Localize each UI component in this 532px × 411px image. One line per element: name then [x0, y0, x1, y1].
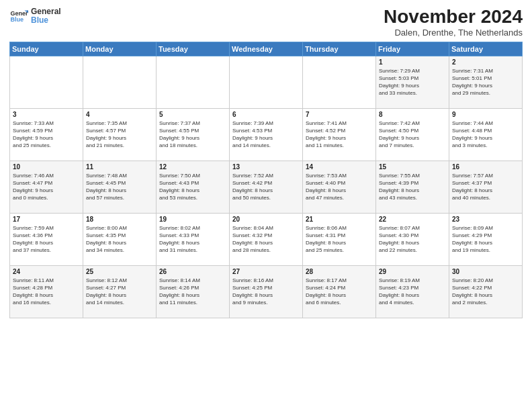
day-info: Sunrise: 8:00 AM Sunset: 4:35 PM Dayligh…: [86, 224, 153, 255]
calendar-cell: [303, 56, 376, 108]
day-info: Sunrise: 8:06 AM Sunset: 4:31 PM Dayligh…: [306, 224, 373, 255]
calendar-cell: 12Sunrise: 7:50 AM Sunset: 4:43 PM Dayli…: [157, 161, 230, 213]
day-number: 19: [159, 216, 226, 223]
col-wednesday: Wednesday: [230, 42, 303, 56]
calendar-cell: 24Sunrise: 8:11 AM Sunset: 4:28 PM Dayli…: [10, 265, 83, 318]
calendar-cell: 4Sunrise: 7:35 AM Sunset: 4:57 PM Daylig…: [83, 108, 157, 161]
calendar-cell: [230, 56, 303, 108]
day-info: Sunrise: 7:53 AM Sunset: 4:40 PM Dayligh…: [306, 172, 373, 202]
calendar-cell: 16Sunrise: 7:57 AM Sunset: 4:37 PM Dayli…: [449, 161, 523, 213]
calendar-table: Sunday Monday Tuesday Wednesday Thursday…: [9, 42, 523, 318]
calendar-cell: 9Sunrise: 7:44 AM Sunset: 4:48 PM Daylig…: [449, 108, 523, 161]
calendar-week-5: 24Sunrise: 8:11 AM Sunset: 4:28 PM Dayli…: [10, 265, 523, 318]
calendar-cell: 27Sunrise: 8:16 AM Sunset: 4:25 PM Dayli…: [230, 265, 303, 318]
calendar-cell: 7Sunrise: 7:41 AM Sunset: 4:52 PM Daylig…: [303, 108, 376, 161]
day-number: 13: [232, 163, 300, 171]
day-info: Sunrise: 7:52 AM Sunset: 4:42 PM Dayligh…: [232, 172, 300, 202]
col-saturday: Saturday: [449, 42, 523, 56]
calendar-week-1: 1Sunrise: 7:29 AM Sunset: 5:03 PM Daylig…: [10, 56, 523, 108]
day-info: Sunrise: 7:59 AM Sunset: 4:36 PM Dayligh…: [13, 224, 80, 255]
day-number: 5: [159, 111, 226, 118]
calendar-cell: 21Sunrise: 8:06 AM Sunset: 4:31 PM Dayli…: [303, 213, 376, 265]
day-number: 24: [13, 268, 80, 275]
title-block: November 2024 Dalen, Drenthe, The Nether…: [384, 7, 523, 38]
day-number: 28: [306, 268, 373, 275]
calendar-cell: 13Sunrise: 7:52 AM Sunset: 4:42 PM Dayli…: [230, 161, 303, 213]
day-info: Sunrise: 7:35 AM Sunset: 4:57 PM Dayligh…: [86, 120, 153, 150]
day-number: 1: [379, 58, 446, 66]
calendar-cell: [157, 56, 230, 108]
day-number: 3: [13, 111, 80, 118]
day-number: 21: [306, 216, 373, 223]
calendar-week-3: 10Sunrise: 7:46 AM Sunset: 4:47 PM Dayli…: [10, 161, 523, 213]
day-number: 25: [86, 268, 153, 275]
day-info: Sunrise: 7:55 AM Sunset: 4:39 PM Dayligh…: [379, 172, 446, 202]
day-info: Sunrise: 7:57 AM Sunset: 4:37 PM Dayligh…: [452, 172, 519, 202]
day-number: 29: [379, 268, 446, 275]
day-info: Sunrise: 8:11 AM Sunset: 4:28 PM Dayligh…: [13, 277, 80, 307]
day-info: Sunrise: 8:19 AM Sunset: 4:23 PM Dayligh…: [379, 277, 446, 307]
logo-icon: General Blue: [9, 7, 28, 26]
logo-text-blue: Blue: [31, 16, 61, 25]
day-info: Sunrise: 7:46 AM Sunset: 4:47 PM Dayligh…: [13, 172, 80, 202]
day-number: 14: [306, 163, 373, 171]
day-info: Sunrise: 8:04 AM Sunset: 4:32 PM Dayligh…: [232, 224, 300, 255]
day-info: Sunrise: 7:39 AM Sunset: 4:53 PM Dayligh…: [232, 120, 300, 150]
calendar-cell: 28Sunrise: 8:17 AM Sunset: 4:24 PM Dayli…: [303, 265, 376, 318]
calendar-cell: 17Sunrise: 7:59 AM Sunset: 4:36 PM Dayli…: [10, 213, 83, 265]
day-number: 20: [232, 216, 300, 223]
calendar-cell: 5Sunrise: 7:37 AM Sunset: 4:55 PM Daylig…: [157, 108, 230, 161]
day-info: Sunrise: 8:17 AM Sunset: 4:24 PM Dayligh…: [306, 277, 373, 307]
day-number: 16: [452, 163, 519, 171]
day-info: Sunrise: 7:48 AM Sunset: 4:45 PM Dayligh…: [86, 172, 153, 202]
day-info: Sunrise: 7:44 AM Sunset: 4:48 PM Dayligh…: [452, 120, 519, 150]
col-sunday: Sunday: [10, 42, 83, 56]
col-thursday: Thursday: [303, 42, 376, 56]
calendar-cell: 6Sunrise: 7:39 AM Sunset: 4:53 PM Daylig…: [230, 108, 303, 161]
day-number: 17: [13, 216, 80, 223]
col-tuesday: Tuesday: [157, 42, 230, 56]
day-number: 6: [232, 111, 300, 118]
calendar-cell: 3Sunrise: 7:33 AM Sunset: 4:59 PM Daylig…: [10, 108, 83, 161]
main-title: November 2024: [384, 7, 523, 28]
day-number: 2: [452, 58, 519, 66]
calendar-cell: 14Sunrise: 7:53 AM Sunset: 4:40 PM Dayli…: [303, 161, 376, 213]
svg-text:Blue: Blue: [10, 16, 24, 23]
calendar-cell: 20Sunrise: 8:04 AM Sunset: 4:32 PM Dayli…: [230, 213, 303, 265]
calendar-cell: 10Sunrise: 7:46 AM Sunset: 4:47 PM Dayli…: [10, 161, 83, 213]
subtitle: Dalen, Drenthe, The Netherlands: [384, 28, 523, 38]
calendar-cell: 1Sunrise: 7:29 AM Sunset: 5:03 PM Daylig…: [376, 56, 449, 108]
day-info: Sunrise: 7:37 AM Sunset: 4:55 PM Dayligh…: [159, 120, 226, 150]
day-number: 9: [452, 111, 519, 118]
calendar-cell: 18Sunrise: 8:00 AM Sunset: 4:35 PM Dayli…: [83, 213, 157, 265]
day-number: 30: [452, 268, 519, 275]
day-number: 8: [379, 111, 446, 118]
calendar-week-2: 3Sunrise: 7:33 AM Sunset: 4:59 PM Daylig…: [10, 108, 523, 161]
day-info: Sunrise: 7:42 AM Sunset: 4:50 PM Dayligh…: [379, 120, 446, 150]
day-number: 11: [86, 163, 153, 171]
day-number: 18: [86, 216, 153, 223]
day-info: Sunrise: 8:14 AM Sunset: 4:26 PM Dayligh…: [159, 277, 226, 307]
calendar-cell: 29Sunrise: 8:19 AM Sunset: 4:23 PM Dayli…: [376, 265, 449, 318]
calendar-week-4: 17Sunrise: 7:59 AM Sunset: 4:36 PM Dayli…: [10, 213, 523, 265]
col-monday: Monday: [83, 42, 157, 56]
day-number: 23: [452, 216, 519, 223]
day-number: 7: [306, 111, 373, 118]
calendar-cell: 11Sunrise: 7:48 AM Sunset: 4:45 PM Dayli…: [83, 161, 157, 213]
day-info: Sunrise: 8:16 AM Sunset: 4:25 PM Dayligh…: [232, 277, 300, 307]
calendar-cell: 23Sunrise: 8:09 AM Sunset: 4:29 PM Dayli…: [449, 213, 523, 265]
day-info: Sunrise: 8:12 AM Sunset: 4:27 PM Dayligh…: [86, 277, 153, 307]
calendar-cell: 15Sunrise: 7:55 AM Sunset: 4:39 PM Dayli…: [376, 161, 449, 213]
calendar-cell: 26Sunrise: 8:14 AM Sunset: 4:26 PM Dayli…: [157, 265, 230, 318]
day-number: 26: [159, 268, 226, 275]
logo: General Blue General Blue: [9, 7, 61, 26]
day-number: 10: [13, 163, 80, 171]
day-info: Sunrise: 8:07 AM Sunset: 4:30 PM Dayligh…: [379, 224, 446, 255]
day-number: 27: [232, 268, 300, 275]
calendar-cell: 30Sunrise: 8:20 AM Sunset: 4:22 PM Dayli…: [449, 265, 523, 318]
day-number: 4: [86, 111, 153, 118]
header-row: Sunday Monday Tuesday Wednesday Thursday…: [10, 42, 523, 56]
calendar-cell: 2Sunrise: 7:31 AM Sunset: 5:01 PM Daylig…: [449, 56, 523, 108]
day-info: Sunrise: 8:09 AM Sunset: 4:29 PM Dayligh…: [452, 224, 519, 255]
day-info: Sunrise: 7:31 AM Sunset: 5:01 PM Dayligh…: [452, 67, 519, 97]
